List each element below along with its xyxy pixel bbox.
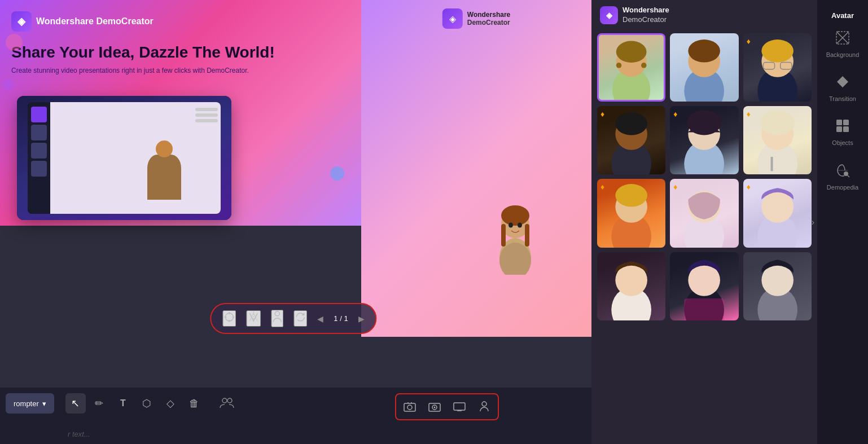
avatar-page-indicator: 1 / 1 [334, 314, 348, 323]
sidebar-item-objects[interactable]: Objects [817, 111, 868, 155]
svg-point-42 [615, 112, 647, 135]
svg-point-20 [434, 407, 436, 408]
avatar-card-2[interactable] [670, 33, 738, 102]
avatar-card-5[interactable]: ♦ [670, 106, 738, 174]
avatar-card-10[interactable] [597, 252, 665, 320]
avatar-card-3[interactable]: ♦ [743, 33, 812, 102]
svg-point-31 [641, 63, 647, 68]
svg-point-29 [616, 41, 647, 62]
mockup-sidebar-item [31, 107, 47, 122]
mockup-person-head [156, 140, 173, 157]
svg-point-48 [760, 110, 795, 135]
avatar-figure-12 [743, 252, 812, 320]
transition-icon [835, 74, 850, 93]
avatar-figure-7 [597, 179, 665, 247]
avatar-figure-1 [599, 35, 664, 102]
logo-icon: ◈ [11, 11, 32, 32]
mockup-bar [195, 108, 218, 111]
eraser-tool-btn[interactable]: ◇ [160, 393, 181, 414]
demopedia-label: Demopedia [827, 184, 858, 191]
avatar-figure-5 [670, 106, 738, 174]
canvas-right-bg: ◈ Wondershare DemoCreator [361, 0, 591, 337]
ws-watermark: ◈ Wondershare DemoCreator [442, 8, 510, 29]
svg-point-34 [689, 39, 721, 62]
svg-point-73 [844, 172, 848, 176]
canvas-area: ◈ Wondershare DemoCreator Share Your Ide… [0, 0, 591, 444]
sidebar-item-demopedia[interactable]: Demopedia [817, 155, 868, 199]
avatar-prev-arrow[interactable]: ◀ [317, 314, 323, 323]
wondershare-logo: ◈ Wondershare DemoCreator [600, 6, 669, 25]
demopedia-icon [835, 163, 850, 181]
ws-product: DemoCreator [622, 15, 667, 24]
mockup-person [142, 140, 187, 214]
avatar-card-9[interactable]: ♦ [743, 179, 812, 247]
premium-badge-4: ♦ [600, 109, 604, 118]
svg-point-8 [225, 313, 233, 321]
screen-btn[interactable] [448, 397, 471, 417]
svg-point-52 [615, 184, 647, 207]
svg-rect-69 [836, 120, 842, 125]
svg-rect-70 [843, 120, 849, 125]
avatar-card-1[interactable] [597, 33, 665, 102]
ws-mark-text: Wondershare DemoCreator [467, 11, 510, 27]
avatar-card-8[interactable]: ♦ [670, 179, 738, 247]
avatar-next-arrow[interactable]: ▶ [358, 314, 365, 323]
ws-mark-icon: ◈ [442, 8, 463, 29]
select-tool-btn[interactable]: ↖ [65, 393, 86, 414]
right-sidebar: Avatar Background Transition [817, 0, 868, 444]
pen-tool-btn[interactable]: ✏ [89, 393, 109, 414]
avatar-mirror-btn[interactable] [246, 310, 261, 327]
canvas-avatar[interactable] [490, 190, 541, 275]
avatar-person-btn[interactable] [271, 310, 283, 327]
person-view-btn[interactable] [473, 397, 496, 417]
premium-badge-7: ♦ [600, 182, 604, 191]
avatar-target-btn[interactable] [222, 310, 236, 327]
svg-point-14 [275, 311, 279, 316]
avatar-card-4[interactable]: ♦ [597, 106, 665, 174]
objects-icon [835, 118, 850, 137]
sidebar-item-transition[interactable]: Transition [817, 67, 868, 111]
mockup-inner [28, 102, 221, 214]
gallery-nav-arrow[interactable]: › [812, 217, 814, 227]
ws-brand: Wondershare [622, 6, 669, 15]
svg-point-30 [616, 63, 622, 68]
mockup-main [50, 102, 221, 214]
avatar-figure-4 [597, 106, 665, 174]
svg-point-17 [407, 405, 412, 410]
text-tool-btn[interactable]: T [113, 393, 133, 414]
avatar-card-7[interactable]: ♦ [597, 179, 665, 247]
avatar-figure-8 [670, 179, 738, 247]
avatar-figure-9 [743, 179, 812, 247]
middle-header: ◈ Wondershare DemoCreator [591, 0, 817, 30]
mockup-sidebar-item [31, 143, 47, 159]
avatar-figure-10 [597, 252, 665, 320]
svg-point-37 [761, 39, 794, 62]
avatar-card-11[interactable] [670, 252, 738, 320]
svg-point-6 [518, 223, 522, 228]
extra-action-btn[interactable] [216, 393, 238, 414]
avatar-card-6[interactable]: ♦ [743, 106, 812, 174]
deco-element [6, 34, 23, 51]
ws-logo-text: Wondershare DemoCreator [622, 6, 669, 25]
avatar-card-12[interactable] [743, 252, 812, 320]
svg-line-74 [848, 175, 849, 177]
camera-face-btn[interactable] [423, 397, 446, 417]
background-icon [835, 30, 850, 49]
sidebar-active-tab-label: Avatar [817, 6, 868, 23]
sidebar-item-background[interactable]: Background [817, 23, 868, 67]
deco-element [330, 166, 344, 181]
mockup-sidebar-item [31, 161, 47, 177]
logo-text: Wondershare DemoCreator [36, 16, 154, 27]
svg-point-25 [222, 398, 227, 403]
prompter-button[interactable]: rompter ▾ [6, 393, 54, 414]
avatar-rotate-btn[interactable] [293, 310, 307, 327]
slide-subtitle: Create stunning video presentations righ… [11, 67, 350, 74]
camera-bg-btn[interactable] [398, 397, 421, 417]
delete-tool-btn[interactable]: 🗑 [184, 393, 204, 414]
objects-label: Objects [832, 139, 853, 147]
slide-content: ◈ Wondershare DemoCreator Share Your Ide… [0, 0, 361, 226]
svg-rect-3 [501, 224, 506, 247]
svg-rect-60 [685, 298, 725, 320]
shape-tool-btn[interactable]: ⬡ [137, 393, 157, 414]
deco-element [3, 79, 14, 90]
